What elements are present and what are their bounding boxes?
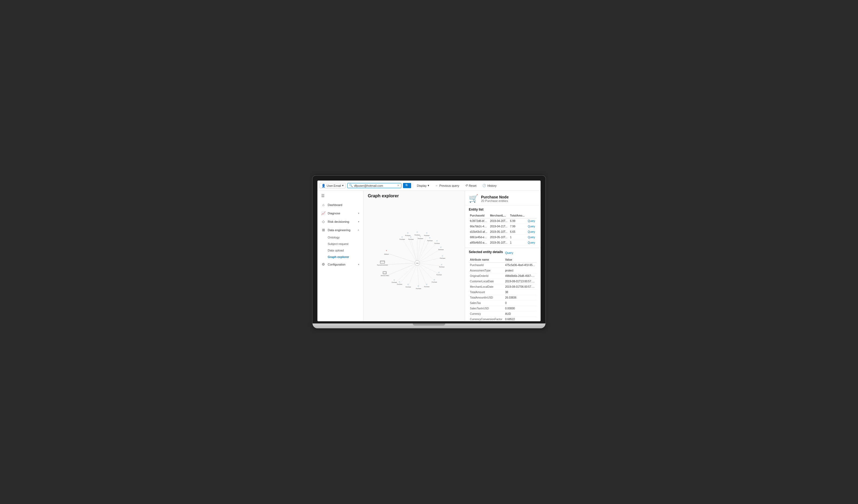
display-button[interactable]: Display ▾ xyxy=(415,183,431,188)
cell-query[interactable]: Query xyxy=(527,235,537,240)
svg-line-20 xyxy=(395,263,417,283)
svg-text:Purchase: Purchase xyxy=(418,238,423,239)
purchase-node-5[interactable]: 🛒 Purchase xyxy=(408,236,414,240)
history-icon: 🕐 xyxy=(482,184,486,187)
purchase-node-8[interactable]: 🛒 Purchase xyxy=(434,240,440,244)
risk-icon: ◇ xyxy=(321,220,325,224)
attr-col-value: Value xyxy=(504,257,537,263)
table-row: fc3972d8-bf3... 2019-04-20T... 6.99 Quer… xyxy=(469,218,537,224)
svg-line-0 xyxy=(388,254,417,263)
purchase-node-12[interactable]: 🛒 Purchase xyxy=(436,272,442,276)
search-button[interactable]: 🔍 xyxy=(403,183,411,188)
purchase-node-18[interactable]: 🛒 Purchase xyxy=(392,279,397,283)
clear-search-icon[interactable]: ✕ xyxy=(397,184,399,187)
sidebar-item-data-upload[interactable]: Data upload xyxy=(317,247,363,254)
purchase-node-16[interactable]: 🛒 Purchase xyxy=(406,283,411,288)
config-chevron-icon: ▾ xyxy=(358,263,360,266)
entity-list-title: Entity list xyxy=(469,208,537,211)
entity-query-link[interactable]: Query xyxy=(528,230,535,233)
purchase-node-10[interactable]: 🛒 Purchase xyxy=(440,255,445,259)
hamburger-icon[interactable]: ☰ xyxy=(321,194,325,198)
entity-query-link[interactable]: Query xyxy=(528,225,535,228)
entity-type-selector[interactable]: 👤 User.Email ▾ xyxy=(320,183,346,189)
cell-query[interactable]: Query xyxy=(527,218,537,224)
sidebar-item-data-engineering[interactable]: ⊞ Data engineering ∧ xyxy=(317,226,363,234)
svg-text:Purchase: Purchase xyxy=(440,258,445,259)
laptop-screen: 👤 User.Email ▾ 🔍 ✕ 🔍 Display ▾ xyxy=(317,181,541,321)
cell-query[interactable]: Query xyxy=(527,240,537,245)
cell-purchase-id: fc3972d8-bf3... xyxy=(469,218,489,224)
sidebar-item-diagnose[interactable]: 📈 Diagnose ▾ xyxy=(317,209,363,217)
right-panel: 🛒 Purchase Node 20 Purchase entities Ent… xyxy=(465,191,541,321)
svg-text:PaymentInstrument: PaymentInstrument xyxy=(377,264,388,266)
purchase-node-1[interactable]: 🛒 Purchase xyxy=(405,232,411,237)
history-button[interactable]: 🕐 History xyxy=(480,183,498,188)
address-node[interactable]: 📍 Address xyxy=(384,250,389,255)
svg-line-18 xyxy=(409,263,417,286)
purchase-node-9[interactable]: 🛒 Purchase xyxy=(439,246,444,250)
svg-text:🛒: 🛒 xyxy=(394,279,395,281)
svg-line-2 xyxy=(386,263,417,276)
purchase-node-7-highlighted[interactable]: 🛒 Purchase xyxy=(427,237,433,242)
svg-text:🛒: 🛒 xyxy=(401,236,403,238)
table-row: 6861e45d-e9... 2019-05-10T... 1 Query xyxy=(469,235,537,240)
purchase-node-4[interactable]: 🛒 Purchase xyxy=(399,236,405,240)
attr-row: TotalAmount 38 xyxy=(469,290,537,295)
sidebar-item-configuration[interactable]: ⚙ Configuration ▾ xyxy=(317,260,363,269)
sidebar-config-label: Configuration xyxy=(328,263,345,266)
prev-query-button[interactable]: ← Previous query xyxy=(433,183,461,188)
cell-query[interactable]: Query xyxy=(527,224,537,229)
svg-text:Purchase: Purchase xyxy=(432,281,437,283)
user-node-label[interactable]: User xyxy=(416,262,419,264)
sidebar-item-ontology[interactable]: Ontology xyxy=(317,234,363,241)
svg-text:Purchase: Purchase xyxy=(399,239,405,240)
attr-row: MerchantLocalDate 2019-08-01T06:00:57.00… xyxy=(469,284,537,290)
payment-node[interactable]: PaymentInstrument xyxy=(377,261,388,266)
attr-table: Attribute name Value PurchaseId 475c5d36… xyxy=(469,257,537,321)
svg-line-17 xyxy=(417,263,419,288)
attr-value: 0.00000 xyxy=(504,306,537,311)
attr-name: SalesTaxInUSD xyxy=(469,306,504,311)
table-row: a95b4b50-a9... 2019-05-10T... 1 Query xyxy=(469,240,537,245)
data-upload-label: Data upload xyxy=(328,249,344,252)
entity-query-link[interactable]: Query xyxy=(528,236,535,239)
purchase-node-15[interactable]: 🛒 Purchase xyxy=(416,285,422,289)
attr-value: 2019-08-01T13:00:57.0000000+0... xyxy=(504,279,537,284)
cell-purchase-id: a95b4b50-a9... xyxy=(469,240,489,245)
svg-text:🛒: 🛒 xyxy=(426,283,428,285)
device-node[interactable]: DeviceContext xyxy=(381,272,389,277)
purchase-node-icon: 🛒 xyxy=(469,194,478,203)
purchase-node-14[interactable]: 🛒 Purchase xyxy=(424,283,430,288)
svg-line-11 xyxy=(417,249,441,263)
purchase-node-6[interactable]: 🛒 Purchase xyxy=(418,235,423,239)
sidebar-header: ☰ xyxy=(317,191,363,200)
attr-name: CustomerLocalDate xyxy=(469,279,504,284)
selected-entity-header: Selected entity details Query xyxy=(469,250,537,256)
reset-button[interactable]: ↺ Reset xyxy=(463,183,479,188)
purchase-node-17[interactable]: 🛒 Purchase xyxy=(397,281,402,285)
attr-name: TotalAmount xyxy=(469,290,504,295)
sidebar-item-risk[interactable]: ◇ Risk decisioning ▾ xyxy=(317,217,363,226)
sidebar-item-subject-request[interactable]: Subject request xyxy=(317,241,363,247)
svg-text:🛒: 🛒 xyxy=(416,231,418,233)
selected-entity-query-link[interactable]: Query xyxy=(505,251,513,255)
sidebar-item-graph-explorer[interactable]: Graph explorer xyxy=(317,254,363,260)
sidebar-item-dashboard[interactable]: ⌂ Dashboard xyxy=(317,200,363,209)
cell-amount: 7.99 xyxy=(509,224,526,229)
purchase-node-11[interactable]: 🛒 Purchase xyxy=(439,264,444,268)
node-info: Purchase Node 20 Purchase entities xyxy=(481,195,509,202)
svg-text:🛒: 🛒 xyxy=(436,240,438,242)
purchase-node-3[interactable]: 🛒 Purchase xyxy=(424,232,430,237)
entity-query-link[interactable]: Query xyxy=(528,220,535,223)
cell-query[interactable]: Query xyxy=(527,229,537,235)
purchase-node-13[interactable]: 🛒 Purchase xyxy=(432,279,437,283)
attr-value: 498d0b6b-26d8-4567-af3e-3091... xyxy=(504,273,537,279)
purchase-node-2[interactable]: 🛒 Purchase xyxy=(415,231,420,236)
cell-amount: 1 xyxy=(509,240,526,245)
search-box[interactable]: 🔍 ✕ xyxy=(347,183,401,188)
graph-canvas[interactable]: User 📍 Address Payme xyxy=(364,202,465,321)
search-input[interactable] xyxy=(354,184,396,187)
svg-text:Purchase: Purchase xyxy=(439,249,444,250)
entity-query-link[interactable]: Query xyxy=(528,241,535,244)
svg-line-12 xyxy=(417,257,443,263)
